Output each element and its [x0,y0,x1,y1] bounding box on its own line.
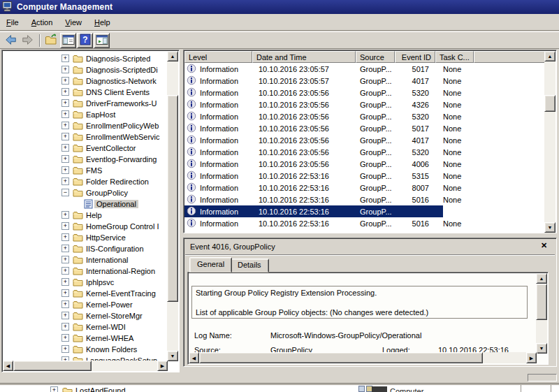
expand-icon[interactable]: + [61,256,69,263]
expand-icon[interactable]: + [61,55,69,62]
event-row-selected[interactable]: Information10.10.2016 22:53:16GroupP... [184,205,546,217]
tree-item-eventlog-forwarding[interactable]: +Eventlog-Forwarding [3,154,168,165]
event-row[interactable]: Information10.10.2016 22:53:16GroupP...5… [184,217,546,229]
tree-scroll-down-icon[interactable]: ▼ [167,351,178,361]
expand-icon[interactable]: + [61,144,69,152]
back-button[interactable] [3,33,19,48]
event-row[interactable]: Information10.10.2016 22:53:16GroupP...5… [184,194,546,205]
collapse-icon[interactable]: − [61,189,69,196]
tab-details[interactable]: Details [230,259,269,273]
forward-button[interactable] [20,33,36,48]
tree-item-kernel-wdi[interactable]: +Kernel-WDI [3,321,168,333]
tree-item-iphlpsvc[interactable]: +Iphlpsvc [3,277,168,288]
expand-icon[interactable]: + [61,155,69,163]
event-row[interactable]: Information10.10.2016 22:53:16GroupP...5… [184,170,546,182]
tab-general[interactable]: General [189,257,232,273]
expand-icon[interactable]: + [61,245,69,252]
tree-item-grouppolicy[interactable]: −GroupPolicy [3,187,168,198]
preview-scroll-up-icon[interactable]: ▲ [536,273,547,284]
expand-icon[interactable]: + [61,278,69,286]
list-scroll-up-icon[interactable]: ▲ [544,51,556,61]
preview-hscroll-thumb[interactable] [199,352,483,363]
tree-item-homegroup-control-i[interactable]: +HomeGroup Control I [3,221,168,232]
event-row[interactable]: Information10.10.2016 23:05:56GroupP...4… [184,158,546,170]
tree-hscroll-thumb[interactable] [13,361,92,371]
expand-icon[interactable]: + [61,66,69,73]
expand-icon[interactable]: + [61,233,69,241]
expand-icon[interactable]: + [61,166,69,174]
event-row[interactable]: Information10.10.2016 23:05:57GroupP...5… [184,63,546,75]
help-button[interactable]: ? [77,33,93,48]
column-header-task-c-[interactable]: Task C... [435,51,474,63]
tree-item-eventcollector[interactable]: +EventCollector [3,143,168,154]
tree-item-diagnostics-network[interactable]: +Diagnostics-Network [3,75,168,87]
show-action-pane-button[interactable] [94,33,110,48]
tree-item-fms[interactable]: +FMS [3,165,168,176]
list-vscroll-thumb[interactable] [544,95,556,112]
tree-item-dns-client-events[interactable]: +DNS Client Events [3,87,168,98]
tree-item-kernel-eventtracing[interactable]: +Kernel-EventTracing [3,288,168,299]
menu-action[interactable]: Action [25,16,59,29]
tree-item-diagnosis-scripteddi[interactable]: +Diagnosis-ScriptedDi [3,64,168,75]
list-vscroll-track[interactable] [544,51,556,233]
tree-scroll-right-icon[interactable]: ▶ [157,361,168,371]
column-header-event-id[interactable]: Event ID [395,51,435,63]
tree-item-international[interactable]: +International [3,254,168,266]
expand-icon[interactable]: + [61,110,69,118]
list-scroll-down-icon[interactable]: ▼ [544,222,556,233]
menu-help[interactable]: Help [88,16,117,29]
menu-view[interactable]: View [59,16,88,29]
expand-icon[interactable]: + [61,334,69,342]
expand-icon[interactable]: + [61,312,69,319]
tree-item-folder-redirection[interactable]: +Folder Redirection [3,176,168,187]
expand-icon[interactable]: + [61,211,69,219]
preview-vscroll-thumb[interactable] [536,284,547,320]
event-row[interactable]: Information10.10.2016 23:05:57GroupP...4… [184,75,546,87]
tree-item-international-region[interactable]: +International-Region [3,266,168,277]
preview-scroll-right-icon[interactable]: ▶ [526,352,537,363]
expand-icon[interactable]: + [61,177,69,185]
show-console-tree-button[interactable] [60,33,76,48]
expand-icon[interactable]: + [61,267,69,275]
expand-icon[interactable]: + [61,88,69,96]
expand-icon[interactable]: + [61,99,69,107]
close-icon[interactable]: ✕ [539,241,549,251]
expand-icon[interactable]: + [61,77,69,85]
computer-icon[interactable] [2,1,13,13]
expand-icon[interactable]: + [61,222,69,230]
tree-item-kernel-storemgr[interactable]: +Kernel-StoreMgr [3,310,168,321]
tree-item-kernel-whea[interactable]: +Kernel-WHEA [3,333,168,344]
tree-item-diagnosis-scripted[interactable]: +Diagnosis-Scripted [3,53,168,64]
menu-file[interactable]: File [0,16,25,29]
tree-item-enrollmentwebservic[interactable]: +EnrollmentWebServic [3,131,168,143]
event-row[interactable]: Information10.10.2016 23:05:56GroupP...5… [184,110,546,122]
expand-icon[interactable]: + [61,133,69,140]
column-header-level[interactable]: Level [184,51,252,63]
tree-item-eaphost[interactable]: +EapHost [3,109,168,120]
event-row[interactable]: Information10.10.2016 23:05:56GroupP...5… [184,122,546,134]
tree-item-help[interactable]: +Help [3,210,168,221]
expand-icon[interactable]: + [61,122,69,129]
event-row[interactable]: Information10.10.2016 23:05:56GroupP...5… [184,146,546,158]
event-row[interactable]: Information10.10.2016 23:05:56GroupP...4… [184,99,546,110]
tree-item-httpservice[interactable]: +HttpService [3,232,168,243]
tree-scroll-left-icon[interactable]: ◀ [3,361,13,371]
preview-scroll-down-icon[interactable]: ▼ [536,343,547,354]
column-header-date-and-time[interactable]: Date and Time [252,51,356,63]
tree-scroll-up-icon[interactable]: ▲ [167,51,178,61]
preview-scroll-left-icon[interactable]: ◀ [189,352,199,363]
title-bar[interactable]: Computer Management [0,0,559,14]
tree-item-operational[interactable]: Operational [3,198,168,210]
tree-vscroll-thumb[interactable] [167,95,178,302]
tree-item-enrollmentpolicyweb[interactable]: +EnrollmentPolicyWeb [3,120,168,131]
expand-icon[interactable]: + [61,345,69,353]
tree-item-known-folders[interactable]: +Known Folders [3,344,168,355]
export-button[interactable] [43,33,59,48]
column-header-filler[interactable] [474,51,546,63]
expand-icon[interactable]: + [61,323,69,331]
tree-item-iis-configuration[interactable]: +IIS-Configuration [3,243,168,254]
expand-icon[interactable]: + [61,300,69,308]
event-row[interactable]: Information10.10.2016 23:05:56GroupP...5… [184,87,546,99]
event-row[interactable]: Information10.10.2016 23:05:56GroupP...4… [184,134,546,146]
tree-item-driverframeworks-u[interactable]: +DriverFrameworks-U [3,98,168,109]
